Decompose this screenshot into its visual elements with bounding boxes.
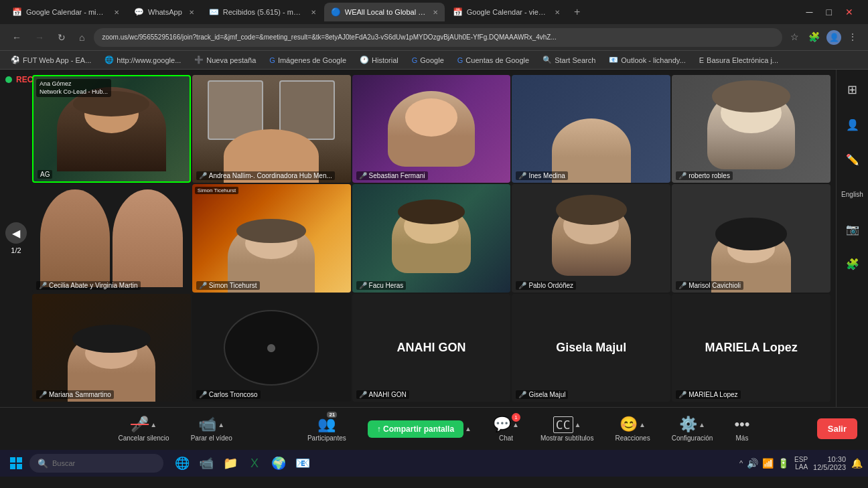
side-panel-person[interactable]: 👤 [841,112,865,137]
network-icon[interactable]: 📶 [762,458,774,469]
tray-arrow-icon[interactable]: ^ [739,459,743,467]
taskbar-app-video[interactable]: 📹 [196,453,217,474]
person-button[interactable]: 👤 [841,112,865,137]
bookmark-fut[interactable]: ⚽ FUT Web App - EA... [5,54,96,66]
grid-layout-button[interactable]: ⊞ [841,78,865,102]
extensions-icon[interactable]: 🧩 [806,30,822,45]
battery-icon[interactable]: 🔋 [778,458,789,469]
config-caret[interactable]: ▲ [699,421,705,428]
video-cell-carlos[interactable]: ● 🎤 Carlos Troncoso [192,294,351,402]
tab-google-calendar-2[interactable]: 📅 Google Calendar - viernes, 1... ✕ [446,3,567,21]
subtitles-caret[interactable]: ▲ [575,421,581,428]
side-panel-grid[interactable]: ⊞ [841,78,865,102]
bookmark-new-tab[interactable]: ➕ Nueva pestaña [189,54,261,66]
share-screen-button[interactable]: ↑ Compartir pantalla [368,420,463,438]
bookmark-history[interactable]: 🕐 Historial [354,54,404,66]
bookmark-google-icon: 🌐 [104,56,114,64]
tab-close-4[interactable]: ✕ [433,9,438,16]
annotate-button[interactable]: ✏️ [841,147,865,171]
video-cell-pablo[interactable]: 🎤 Pablo Ordóñez [512,184,670,292]
mute-button[interactable]: 🎤 ▲ Cancelar silencio [108,413,180,444]
forward-button[interactable]: → [31,29,48,46]
video-cell-ines[interactable]: 🎤 Ines Medina [512,75,670,183]
volume-icon[interactable]: 🔊 [747,458,758,469]
profile-icon[interactable]: 👤 [826,30,841,45]
video-cell-mariana[interactable]: 🎤 Mariana Sammartino [32,294,191,402]
taskbar-clock[interactable]: 10:30 12/5/2023 [813,455,846,471]
apps-button[interactable]: 🧩 [841,252,865,276]
tab-close-1[interactable]: ✕ [114,9,119,16]
video-cell-roberto[interactable]: 🎤 roberto robles [672,75,830,183]
video-cell-mariela[interactable]: MARIELA Lopez 🎤 MARIELA Lopez [672,294,830,402]
bookmark-google[interactable]: G Google [407,55,449,66]
maximize-button[interactable]: □ [822,5,836,19]
side-panel-camera[interactable]: 📷 [841,217,865,241]
taskbar-search[interactable]: 🔍 [29,454,163,473]
bookmark-basura-icon: E [699,56,704,64]
camera-button[interactable]: 📷 [841,217,865,241]
taskbar-app-outlook[interactable]: 📧 [292,453,313,474]
language-button[interactable]: English [841,182,865,206]
exit-button[interactable]: Salir [817,418,857,439]
taskbar-app-browser[interactable]: 🌐 [171,453,193,474]
bookmark-star-icon[interactable]: ☆ [788,30,802,45]
bookmark-basura[interactable]: E Basura Electrónica j... [694,55,784,66]
video-cell-cecilia[interactable]: 🎤 Cecilia Abate y Virginia Martin [32,184,191,292]
bookmark-outlook[interactable]: 📧 Outlook - lichandy... [603,54,691,66]
video-cell-ana[interactable]: Ana GómezNetwork Co-Lead - Hub... AG [32,75,191,183]
menu-icon[interactable]: ⋮ [845,30,860,45]
video-cell-marisol[interactable]: 🎤 Marisol Cavichioli [672,184,830,292]
tab-close-5[interactable]: ✕ [555,9,560,16]
minimize-button[interactable]: ─ [802,5,817,19]
ana-label: AG [40,171,50,178]
notification-icon[interactable]: 🔔 [851,458,863,469]
video-button[interactable]: 📹 ▲ Parar el vídeo [180,413,243,444]
taskbar-app-files[interactable]: 📁 [220,453,241,474]
video-cell-facu[interactable]: 🎤 Facu Heras [352,184,511,292]
chat-button[interactable]: 💬 1 ▲ Chat [482,413,530,444]
tab-gmail[interactable]: ✉️ Recibidos (5.615) - manallim... ✕ [202,3,323,21]
refresh-button[interactable]: ↻ [54,29,70,46]
start-button[interactable] [5,453,27,474]
taskbar-app-earth[interactable]: 🌍 [268,453,289,474]
bookmark-google-url[interactable]: 🌐 http://www.google... [99,54,186,66]
reactions-button[interactable]: 😊 ▲ Reacciones [604,413,660,444]
home-button[interactable]: ⌂ [75,29,88,46]
date-display: 12/5/2023 [813,463,846,471]
video-cell-simon[interactable]: Simon Ticehurst 🎤 Simon Ticehurst [192,184,351,292]
tab-close-3[interactable]: ✕ [311,9,316,16]
earth-icon: 🌍 [271,456,286,471]
mute-caret[interactable]: ▲ [150,421,157,428]
new-tab-button[interactable]: + [568,3,587,21]
back-button[interactable]: ← [8,29,25,46]
share-caret[interactable]: ▲ [465,425,472,432]
url-input[interactable] [94,28,782,47]
side-panel-edit[interactable]: ✏️ [841,147,865,171]
tab-google-calendar-1[interactable]: 📅 Google Calendar - miércoles... ✕ [5,3,126,21]
tab-close-2[interactable]: ✕ [189,9,194,16]
close-button[interactable]: ✕ [841,5,857,19]
side-panel-apps[interactable]: 🧩 [841,252,865,276]
video-cell-anahi[interactable]: ANAHI GON 🎤 ANAHI GON [352,294,511,402]
tab-zoom-active[interactable]: 🔵 WEAll Local to Global - 🔴 ✕ [324,3,445,21]
taskbar-search-input[interactable] [52,459,155,467]
video-cell-gisela[interactable]: Gisela Majul 🎤 Gisela Majul [512,294,670,402]
video-caret[interactable]: ▲ [218,421,224,428]
reactions-caret[interactable]: ▲ [639,421,646,428]
video-cell-sebastian[interactable]: 🎤 Sebastian Fermani [352,75,511,183]
bookmark-start-search[interactable]: 🔍 Start Search [537,54,601,66]
prev-page-button[interactable]: ◀ [5,222,27,244]
tab-whatsapp[interactable]: 💬 WhatsApp ✕ [127,3,201,21]
facu-mute-icon: 🎤 [359,282,367,289]
bookmark-google-images[interactable]: G Imágenes de Google [264,55,352,66]
side-panel-language[interactable]: English [841,182,865,206]
more-button[interactable]: ••• Más [723,413,760,444]
share-button[interactable]: ↑ Compartir pantalla ▲ [357,418,482,440]
taskbar-app-excel[interactable]: X [244,453,265,474]
subtitles-button[interactable]: CC ▲ Mostrar subtítulos [530,414,604,444]
config-button[interactable]: ⚙️ ▲ Configuración [661,413,724,444]
chat-caret[interactable]: ▲ [512,421,519,428]
bookmark-google-accounts[interactable]: G Cuentas de Google [452,55,534,66]
video-cell-andrea[interactable]: 🎤 Andrea Nallim-. Coordinadora Hub Men..… [192,75,351,183]
participants-button[interactable]: 👥 21 Participantes [297,413,357,444]
